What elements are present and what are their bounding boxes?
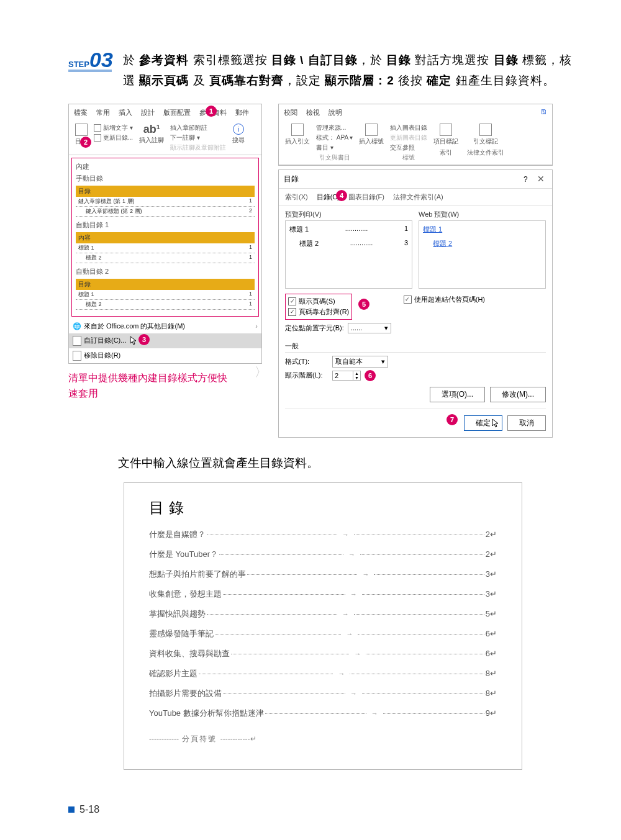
toc-dots: [366, 654, 484, 654]
insert-figures-button[interactable]: 插入圖表目錄: [390, 124, 427, 132]
toc-entry-text: 掌握快訊與趨勢: [149, 608, 206, 620]
spin-up-icon[interactable]: ▲: [353, 371, 360, 376]
manage-sources-button[interactable]: 管理來源...: [316, 124, 346, 132]
insert-citation-icon: [291, 124, 304, 136]
tab-mailings[interactable]: 郵件: [234, 107, 250, 119]
toc-entry-page: 5↵: [486, 609, 497, 618]
toc-dots: [374, 574, 484, 575]
mark-citation-button[interactable]: 引文標記: [473, 137, 498, 146]
tab-figures[interactable]: 圖表目錄(F): [348, 192, 384, 202]
spin-down-icon[interactable]: ▼: [353, 376, 360, 380]
footnote-icon: ab¹: [143, 124, 160, 135]
leader-select[interactable]: ......▾: [348, 323, 391, 333]
right-align-checkbox[interactable]: ✓: [288, 308, 296, 316]
tab-review[interactable]: 校閱: [283, 107, 299, 119]
page-number: 5-18: [79, 804, 99, 815]
web-link-2[interactable]: 標題 2: [423, 239, 542, 248]
next-footnote-button[interactable]: 下一註腳 ▾: [170, 133, 200, 142]
mark-index-button[interactable]: 項目標記: [433, 137, 458, 146]
hyperlink-checkbox[interactable]: ✓: [404, 296, 412, 304]
footer-square-icon: [68, 806, 75, 813]
chevron-down-icon: ▾: [384, 324, 388, 332]
callout-7: 7: [446, 414, 458, 425]
gallery-auto2-card[interactable]: 自動目錄 2 目錄 標題 11 標題 21: [76, 267, 255, 310]
toc-dots: [223, 594, 345, 595]
toc-entry-page: 3↵: [486, 589, 497, 598]
mark-citation-icon: [479, 124, 492, 136]
insert-caption-button[interactable]: 插入標號: [359, 137, 384, 146]
toc-entry-text: 靈感爆發隨手筆記: [149, 628, 214, 639]
show-page-checkbox[interactable]: ✓: [288, 297, 296, 305]
screenshot-ribbon-right: 校閱 檢視 說明 🖻 插入引文 管理來源... 樣式： APA ▾ 書目 ▾ 引…: [278, 104, 553, 166]
chevron-right-icon: ›: [255, 322, 258, 330]
step-label: STEP: [68, 60, 89, 69]
insert-citation-button[interactable]: 插入引文: [285, 137, 310, 146]
help-button[interactable]: ?: [519, 175, 533, 184]
crossref-button[interactable]: 交互參照: [390, 143, 415, 152]
legal-group-label: 法律文件索引: [467, 147, 504, 157]
checkbox-group: ✓顯示頁碼(S) ✓頁碼靠右對齊(R): [285, 294, 352, 320]
tab-file[interactable]: 檔案: [73, 107, 89, 119]
ribbon-body: 目錄 新增文字 ▾ 更新目錄... ab¹ 插入註腳 插入章節附註 下一註腳 ▾…: [69, 121, 261, 155]
close-button[interactable]: ✕: [535, 174, 547, 184]
toc-dots: [362, 594, 484, 595]
gallery-manual-label: 手動目錄: [76, 174, 255, 183]
show-notes-button[interactable]: 顯示註腳及章節附註: [170, 143, 226, 152]
toc-line: 拍攝影片需要的設備→8↵: [149, 688, 497, 699]
modify-button[interactable]: 修改(M)...: [490, 387, 546, 402]
toc-entry-page: 6↵: [486, 649, 497, 658]
tab-help[interactable]: 說明: [327, 107, 343, 119]
tab-arrow-icon: →: [347, 590, 361, 598]
insert-footnote-button[interactable]: 插入註腳: [139, 136, 164, 145]
tab-index[interactable]: 索引(X): [285, 192, 308, 202]
globe-icon: 🌐: [73, 322, 81, 330]
gallery-manual-card[interactable]: 手動目錄 目錄 鍵入章節標題 (第 1 層)1 鍵入章節標題 (第 2 層)2: [76, 174, 255, 217]
mid-text: 文件中輸入線位置就會產生目錄資料。: [118, 455, 578, 471]
toc-icon: [75, 124, 88, 136]
insert-endnote-button[interactable]: 插入章節附註: [170, 124, 207, 132]
bibliography-button[interactable]: 書目 ▾: [316, 143, 333, 152]
tab-home[interactable]: 常用: [95, 107, 111, 119]
style-select[interactable]: 樣式： APA ▾: [316, 133, 353, 142]
ok-button[interactable]: 確定: [464, 415, 502, 431]
options-button[interactable]: 選項(O)...: [430, 387, 485, 402]
general-section-label: 一般: [285, 341, 546, 353]
levels-spinner[interactable]: ▲▼: [332, 371, 361, 381]
office-more-item[interactable]: 🌐 來自於 Office.com 的其他目錄(M) ›: [69, 319, 261, 333]
callout-3: 3: [138, 334, 150, 345]
levels-input[interactable]: [333, 371, 353, 380]
share-button[interactable]: 🖻: [539, 107, 548, 119]
tab-arrow-icon: →: [342, 630, 356, 638]
tab-layout[interactable]: 版面配置: [162, 107, 192, 119]
generated-toc-document: 目錄 什麼是自媒體？→2↵什麼是 YouTuber？→2↵想點子與拍片前要了解的…: [124, 482, 522, 770]
toc-dots: [247, 574, 357, 575]
format-label: 格式(T):: [285, 357, 329, 366]
web-preview-pane: 標題 1 標題 2: [419, 220, 546, 289]
toc-entry-text: 資料收集、搜尋與勘查: [149, 648, 230, 659]
tab-view[interactable]: 檢視: [305, 107, 321, 119]
toc-dots: [350, 674, 484, 674]
toc-entry-page: 9↵: [486, 708, 497, 718]
search-button[interactable]: 搜尋: [232, 136, 245, 145]
custom-toc-item[interactable]: 自訂目錄(C)... 3: [69, 333, 261, 348]
update-toc-button[interactable]: 更新目錄...: [94, 133, 133, 142]
ribbon-tabs: 檔案 常用 插入 設計 版面配置 參考資料 郵件: [69, 104, 261, 121]
format-select[interactable]: 取自範本▾: [332, 356, 388, 368]
gallery-manual-header: 目錄: [76, 186, 255, 197]
web-link-1[interactable]: 標題 1: [423, 225, 542, 234]
add-text-button[interactable]: 新增文字 ▾: [94, 124, 133, 132]
toc-gallery: 內建 手動目錄 目錄 鍵入章節標題 (第 1 層)1 鍵入章節標題 (第 2 層…: [71, 158, 259, 317]
toc-dots: [383, 713, 484, 714]
remove-toc-item[interactable]: 移除目錄(R): [69, 348, 261, 363]
update-figures-button[interactable]: 更新圖表目錄: [390, 133, 427, 142]
tab-insert[interactable]: 插入: [117, 107, 134, 119]
cancel-button[interactable]: 取消: [507, 415, 546, 431]
tab-legal[interactable]: 法律文件索引(A): [393, 192, 443, 202]
toc-entry-text: 拍攝影片需要的設備: [149, 688, 222, 699]
search-icon: i: [233, 124, 244, 135]
gallery-auto1-card[interactable]: 自動目錄 1 內容 標題 11 標題 21: [76, 220, 255, 263]
custom-toc-label: 自訂目錄(C)...: [84, 336, 126, 345]
callout-1: 1: [206, 106, 217, 117]
office-more-label: 來自於 Office.com 的其他目錄(M): [84, 322, 185, 331]
tab-design[interactable]: 設計: [140, 107, 156, 119]
